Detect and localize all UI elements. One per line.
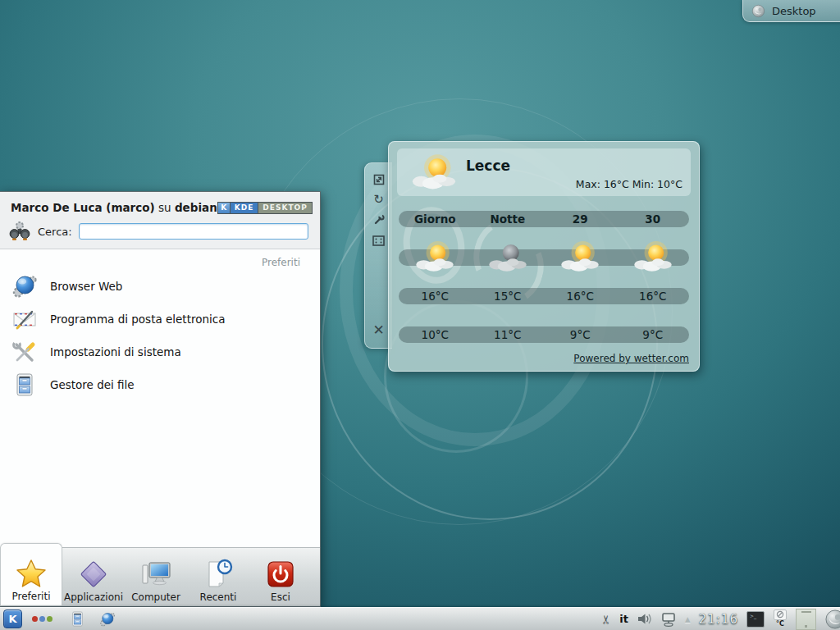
computer-icon — [139, 558, 172, 591]
binoculars-icon — [8, 221, 31, 242]
tab-label: Preferiti — [12, 591, 51, 602]
mail-icon — [11, 306, 38, 332]
digital-clock[interactable]: 21:16 — [699, 612, 738, 627]
tab-label: Recenti — [200, 591, 237, 603]
activity-dots-icon[interactable] — [32, 616, 54, 622]
maximize-icon[interactable] — [372, 234, 386, 247]
user-name: Marco De Luca (marco) — [11, 201, 155, 214]
web-browser-launcher-icon[interactable] — [99, 611, 116, 628]
badge-desktop-label: DESKTOP — [258, 203, 311, 213]
night-temp: 11°C — [472, 328, 545, 341]
panel-cashew-icon[interactable] — [824, 609, 840, 630]
favorites-section-label: Preferiti — [0, 249, 320, 270]
kmenu-button[interactable]: K — [3, 609, 22, 628]
kickoff-favorites-list: Preferiti Browser Web Programma di posta… — [0, 249, 320, 547]
favorite-item-label: Gestore dei file — [50, 378, 135, 391]
klipper-scissors-icon[interactable]: ✂ — [599, 614, 614, 624]
no-data-icon — [774, 609, 787, 620]
tab-recenti[interactable]: Recenti — [187, 547, 249, 606]
day-temp: 16°C — [617, 290, 690, 303]
recent-documents-icon — [202, 558, 235, 591]
col-header: Giorno — [399, 212, 472, 226]
weather-night-temps: 10°C 11°C 9°C 9°C — [399, 326, 689, 343]
rotate-icon[interactable]: ↻ — [373, 194, 384, 206]
blue-dot-icon — [39, 616, 45, 622]
badge-kde-label: KDE — [231, 203, 259, 213]
day-temp: 16°C — [399, 290, 472, 303]
kickoff-header: Marco De Luca (marco) su debian K KDE DE… — [0, 192, 320, 217]
night-temp: 9°C — [617, 328, 690, 341]
web-browser-icon — [11, 273, 38, 299]
weather-day-temps: 16°C 15°C 16°C 16°C — [399, 288, 689, 304]
kickoff-tab-bar: Preferiti Applicazioni Computer — [0, 547, 320, 606]
sun-cloud-icon — [631, 240, 675, 274]
favorite-item-mail[interactable]: Programma di posta elettronica — [0, 303, 320, 336]
favorite-item-system-settings[interactable]: Impostazioni di sistema — [0, 336, 320, 368]
resize-icon[interactable] — [372, 173, 386, 186]
file-manager-icon — [11, 372, 38, 398]
tab-preferiti[interactable]: Preferiti — [0, 543, 62, 605]
day-temp: 15°C — [472, 290, 545, 303]
search-label: Cerca: — [38, 226, 72, 238]
desktop: { "desktop": { "toolbox_label": "Desktop… — [0, 0, 840, 630]
tab-label: Esci — [271, 591, 290, 603]
bottom-panel: K ✂ it ▲ 21:16 >_ °C — [0, 607, 840, 630]
desktop-toolbox-label: Desktop — [772, 5, 816, 17]
day-temp: 16°C — [544, 290, 617, 303]
red-dot-icon — [32, 616, 38, 622]
panel-left-group: K — [0, 609, 116, 628]
weather-icon-row — [399, 239, 689, 275]
weather-tray-icon[interactable]: °C — [773, 609, 788, 629]
tab-computer[interactable]: Computer — [125, 547, 187, 606]
user-info: Marco De Luca (marco) su debian — [11, 201, 217, 214]
col-header: 30 — [617, 212, 690, 226]
cashew-icon — [751, 4, 765, 18]
user-connector: su — [158, 201, 171, 214]
system-settings-icon — [11, 339, 38, 365]
configure-wrench-icon[interactable] — [372, 213, 386, 226]
green-dot-icon — [47, 616, 52, 622]
tab-label: Applicazioni — [64, 591, 123, 603]
kde-desktop-badge: K KDE DESKTOP — [217, 202, 313, 214]
sun-cloud-icon — [409, 152, 459, 193]
weather-column-headers: Giorno Notte 29 30 — [399, 211, 689, 227]
desktop-toolbox[interactable]: Desktop — [742, 0, 840, 22]
volume-icon[interactable] — [637, 612, 652, 626]
file-manager-launcher-icon[interactable] — [69, 610, 86, 628]
kde-logo-icon: K — [218, 203, 231, 213]
col-header: Notte — [472, 212, 545, 226]
kickoff-menu: Marco De Luca (marco) su debian K KDE DE… — [0, 191, 321, 607]
favorite-item-label: Impostazioni di sistema — [50, 345, 181, 358]
tab-esci[interactable]: Esci — [249, 547, 312, 606]
sun-cloud-icon — [413, 240, 457, 274]
search-input[interactable] — [79, 223, 308, 240]
favorite-item-file-manager[interactable]: Gestore dei file — [0, 368, 320, 401]
favorite-item-label: Programma di posta elettronica — [50, 313, 225, 326]
col-header: 29 — [544, 212, 617, 226]
panel-mini-widget[interactable] — [796, 609, 816, 630]
applications-diamond-icon — [77, 558, 110, 591]
tab-label: Computer — [131, 591, 180, 603]
weather-credit-link[interactable]: Powered by wetter.com — [573, 353, 689, 364]
night-temp: 10°C — [399, 328, 472, 341]
tab-applicazioni[interactable]: Applicazioni — [62, 547, 125, 606]
weather-city: Lecce — [466, 158, 510, 174]
star-icon — [15, 557, 48, 590]
network-monitor-icon[interactable] — [660, 612, 677, 627]
konsole-prompt: >_ — [750, 614, 756, 619]
system-tray: ✂ it ▲ 21:16 >_ °C — [601, 609, 840, 630]
keyboard-layout-indicator[interactable]: it — [619, 613, 628, 625]
host-name: debian — [175, 201, 217, 214]
weather-header: Lecce Max: 16°C Min: 10°C — [397, 148, 691, 196]
favorite-item-label: Browser Web — [50, 280, 122, 293]
night-temp: 9°C — [544, 328, 617, 341]
favorite-item-browser[interactable]: Browser Web — [0, 270, 320, 303]
sun-cloud-icon — [558, 240, 602, 274]
konsole-icon[interactable]: >_ — [746, 611, 765, 628]
weather-widget[interactable]: Lecce Max: 16°C Min: 10°C Giorno Notte 2… — [388, 141, 700, 372]
kickoff-search-row: Cerca: — [0, 217, 320, 249]
tray-expander-icon[interactable]: ▲ — [685, 615, 691, 623]
close-icon[interactable]: ✕ — [372, 322, 384, 338]
weather-maxmin: Max: 16°C Min: 10°C — [576, 178, 682, 190]
power-icon — [264, 558, 297, 591]
